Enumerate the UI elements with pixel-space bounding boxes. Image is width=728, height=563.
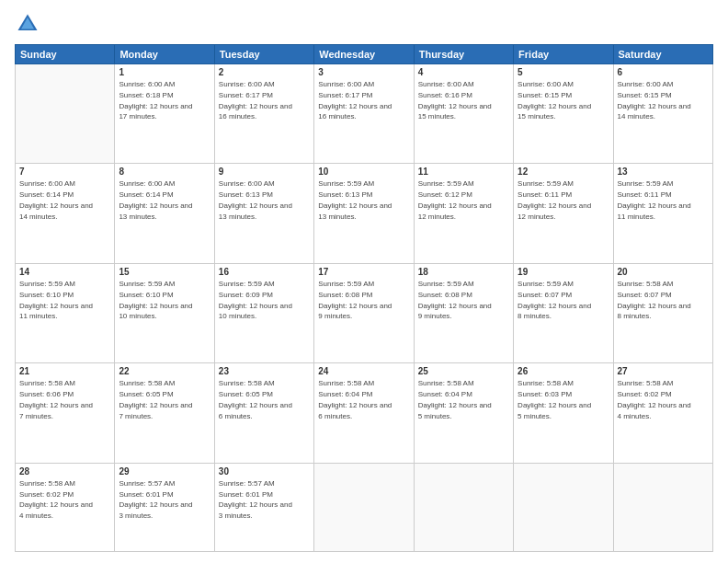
week-row-2: 7 Sunrise: 6:00 AMSunset: 6:14 PMDayligh… bbox=[16, 164, 713, 263]
day-cell: 2 Sunrise: 6:00 AMSunset: 6:17 PMDayligh… bbox=[214, 64, 313, 164]
day-cell: 24 Sunrise: 5:58 AMSunset: 6:04 PMDaylig… bbox=[314, 363, 414, 463]
day-info: Sunrise: 5:57 AMSunset: 6:01 PMDaylight:… bbox=[119, 479, 192, 520]
day-info: Sunrise: 5:59 AMSunset: 6:09 PMDaylight:… bbox=[219, 280, 292, 320]
day-number: 22 bbox=[119, 366, 210, 376]
day-cell: 20 Sunrise: 5:58 AMSunset: 6:07 PMDaylig… bbox=[613, 263, 712, 362]
day-info: Sunrise: 5:58 AMSunset: 6:06 PMDaylight:… bbox=[19, 379, 93, 419]
day-number: 18 bbox=[418, 267, 509, 277]
day-number: 1 bbox=[119, 67, 210, 77]
day-cell: 18 Sunrise: 5:59 AMSunset: 6:08 PMDaylig… bbox=[414, 263, 513, 362]
day-number: 19 bbox=[518, 267, 609, 277]
day-cell: 13 Sunrise: 5:59 AMSunset: 6:11 PMDaylig… bbox=[613, 164, 712, 263]
day-cell bbox=[314, 463, 414, 551]
day-info: Sunrise: 6:00 AMSunset: 6:15 PMDaylight:… bbox=[518, 80, 591, 121]
day-cell: 25 Sunrise: 5:58 AMSunset: 6:04 PMDaylig… bbox=[414, 363, 513, 463]
day-number: 26 bbox=[518, 366, 609, 376]
day-info: Sunrise: 6:00 AMSunset: 6:13 PMDaylight:… bbox=[219, 179, 292, 220]
day-info: Sunrise: 5:59 AMSunset: 6:08 PMDaylight:… bbox=[418, 280, 492, 320]
day-info: Sunrise: 5:58 AMSunset: 6:02 PMDaylight:… bbox=[19, 479, 93, 520]
day-number: 13 bbox=[618, 167, 709, 177]
logo-icon bbox=[15, 11, 40, 37]
day-info: Sunrise: 6:00 AMSunset: 6:14 PMDaylight:… bbox=[119, 179, 192, 220]
day-cell: 16 Sunrise: 5:59 AMSunset: 6:09 PMDaylig… bbox=[214, 263, 313, 362]
day-number: 7 bbox=[19, 167, 110, 177]
day-info: Sunrise: 5:59 AMSunset: 6:11 PMDaylight:… bbox=[618, 179, 691, 220]
week-row-1: 1 Sunrise: 6:00 AMSunset: 6:18 PMDayligh… bbox=[16, 64, 713, 164]
day-number: 5 bbox=[518, 67, 609, 77]
day-cell: 17 Sunrise: 5:59 AMSunset: 6:08 PMDaylig… bbox=[314, 263, 414, 362]
week-row-5: 28 Sunrise: 5:58 AMSunset: 6:02 PMDaylig… bbox=[16, 463, 713, 551]
weekday-header-saturday: Saturday bbox=[613, 45, 712, 64]
week-row-4: 21 Sunrise: 5:58 AMSunset: 6:06 PMDaylig… bbox=[16, 363, 713, 463]
weekday-header-wednesday: Wednesday bbox=[314, 45, 414, 64]
day-info: Sunrise: 5:57 AMSunset: 6:01 PMDaylight:… bbox=[219, 479, 292, 520]
day-number: 9 bbox=[219, 167, 310, 177]
day-info: Sunrise: 5:59 AMSunset: 6:11 PMDaylight:… bbox=[518, 179, 591, 220]
logo bbox=[15, 11, 44, 37]
day-number: 21 bbox=[19, 366, 110, 376]
day-info: Sunrise: 6:00 AMSunset: 6:14 PMDaylight:… bbox=[19, 179, 93, 220]
day-cell: 3 Sunrise: 6:00 AMSunset: 6:17 PMDayligh… bbox=[314, 64, 414, 164]
day-cell: 28 Sunrise: 5:58 AMSunset: 6:02 PMDaylig… bbox=[16, 463, 115, 551]
day-number: 29 bbox=[119, 466, 210, 477]
day-cell: 22 Sunrise: 5:58 AMSunset: 6:05 PMDaylig… bbox=[115, 363, 214, 463]
header bbox=[15, 11, 713, 37]
day-number: 12 bbox=[518, 167, 609, 177]
day-cell: 27 Sunrise: 5:58 AMSunset: 6:02 PMDaylig… bbox=[613, 363, 712, 463]
day-info: Sunrise: 5:59 AMSunset: 6:12 PMDaylight:… bbox=[418, 179, 492, 220]
weekday-header-thursday: Thursday bbox=[414, 45, 513, 64]
day-info: Sunrise: 6:00 AMSunset: 6:17 PMDaylight:… bbox=[318, 80, 392, 121]
day-info: Sunrise: 5:58 AMSunset: 6:05 PMDaylight:… bbox=[219, 379, 292, 419]
day-cell: 23 Sunrise: 5:58 AMSunset: 6:05 PMDaylig… bbox=[214, 363, 313, 463]
day-info: Sunrise: 5:59 AMSunset: 6:10 PMDaylight:… bbox=[119, 280, 192, 320]
day-cell: 19 Sunrise: 5:59 AMSunset: 6:07 PMDaylig… bbox=[514, 263, 613, 362]
day-number: 4 bbox=[418, 67, 509, 77]
day-number: 11 bbox=[418, 167, 509, 177]
day-number: 27 bbox=[618, 366, 709, 376]
day-number: 23 bbox=[219, 366, 310, 376]
day-cell: 12 Sunrise: 5:59 AMSunset: 6:11 PMDaylig… bbox=[514, 164, 613, 263]
day-cell: 9 Sunrise: 6:00 AMSunset: 6:13 PMDayligh… bbox=[214, 164, 313, 263]
day-number: 28 bbox=[19, 466, 110, 477]
day-cell: 4 Sunrise: 6:00 AMSunset: 6:16 PMDayligh… bbox=[414, 64, 513, 164]
day-info: Sunrise: 5:58 AMSunset: 6:03 PMDaylight:… bbox=[518, 379, 591, 419]
day-cell bbox=[16, 64, 115, 164]
weekday-header-tuesday: Tuesday bbox=[214, 45, 313, 64]
day-cell bbox=[613, 463, 712, 551]
day-cell: 5 Sunrise: 6:00 AMSunset: 6:15 PMDayligh… bbox=[514, 64, 613, 164]
day-info: Sunrise: 6:00 AMSunset: 6:15 PMDaylight:… bbox=[618, 80, 691, 121]
day-number: 14 bbox=[19, 267, 110, 277]
day-info: Sunrise: 5:59 AMSunset: 6:13 PMDaylight:… bbox=[318, 179, 392, 220]
day-number: 3 bbox=[318, 67, 409, 77]
day-number: 10 bbox=[318, 167, 409, 177]
day-number: 30 bbox=[219, 466, 310, 477]
day-info: Sunrise: 5:58 AMSunset: 6:04 PMDaylight:… bbox=[318, 379, 392, 419]
day-cell: 7 Sunrise: 6:00 AMSunset: 6:14 PMDayligh… bbox=[16, 164, 115, 263]
day-cell: 30 Sunrise: 5:57 AMSunset: 6:01 PMDaylig… bbox=[214, 463, 313, 551]
day-number: 25 bbox=[418, 366, 509, 376]
day-info: Sunrise: 5:58 AMSunset: 6:04 PMDaylight:… bbox=[418, 379, 492, 419]
day-cell: 10 Sunrise: 5:59 AMSunset: 6:13 PMDaylig… bbox=[314, 164, 414, 263]
day-info: Sunrise: 5:58 AMSunset: 6:07 PMDaylight:… bbox=[618, 280, 691, 320]
day-info: Sunrise: 5:59 AMSunset: 6:07 PMDaylight:… bbox=[518, 280, 591, 320]
day-info: Sunrise: 6:00 AMSunset: 6:18 PMDaylight:… bbox=[119, 80, 192, 121]
day-info: Sunrise: 5:58 AMSunset: 6:05 PMDaylight:… bbox=[119, 379, 192, 419]
day-number: 8 bbox=[119, 167, 210, 177]
day-info: Sunrise: 5:58 AMSunset: 6:02 PMDaylight:… bbox=[618, 379, 691, 419]
day-cell: 21 Sunrise: 5:58 AMSunset: 6:06 PMDaylig… bbox=[16, 363, 115, 463]
day-cell: 15 Sunrise: 5:59 AMSunset: 6:10 PMDaylig… bbox=[115, 263, 214, 362]
day-cell: 1 Sunrise: 6:00 AMSunset: 6:18 PMDayligh… bbox=[115, 64, 214, 164]
day-cell: 26 Sunrise: 5:58 AMSunset: 6:03 PMDaylig… bbox=[514, 363, 613, 463]
page: SundayMondayTuesdayWednesdayThursdayFrid… bbox=[0, 0, 728, 563]
day-cell: 29 Sunrise: 5:57 AMSunset: 6:01 PMDaylig… bbox=[115, 463, 214, 551]
weekday-header-monday: Monday bbox=[115, 45, 214, 64]
day-cell: 11 Sunrise: 5:59 AMSunset: 6:12 PMDaylig… bbox=[414, 164, 513, 263]
day-info: Sunrise: 6:00 AMSunset: 6:17 PMDaylight:… bbox=[219, 80, 292, 121]
day-cell: 8 Sunrise: 6:00 AMSunset: 6:14 PMDayligh… bbox=[115, 164, 214, 263]
day-number: 17 bbox=[318, 267, 409, 277]
weekday-header-sunday: Sunday bbox=[16, 45, 115, 64]
day-cell: 14 Sunrise: 5:59 AMSunset: 6:10 PMDaylig… bbox=[16, 263, 115, 362]
weekday-header-friday: Friday bbox=[514, 45, 613, 64]
calendar-table: SundayMondayTuesdayWednesdayThursdayFrid… bbox=[15, 44, 713, 552]
day-info: Sunrise: 5:59 AMSunset: 6:08 PMDaylight:… bbox=[318, 280, 392, 320]
